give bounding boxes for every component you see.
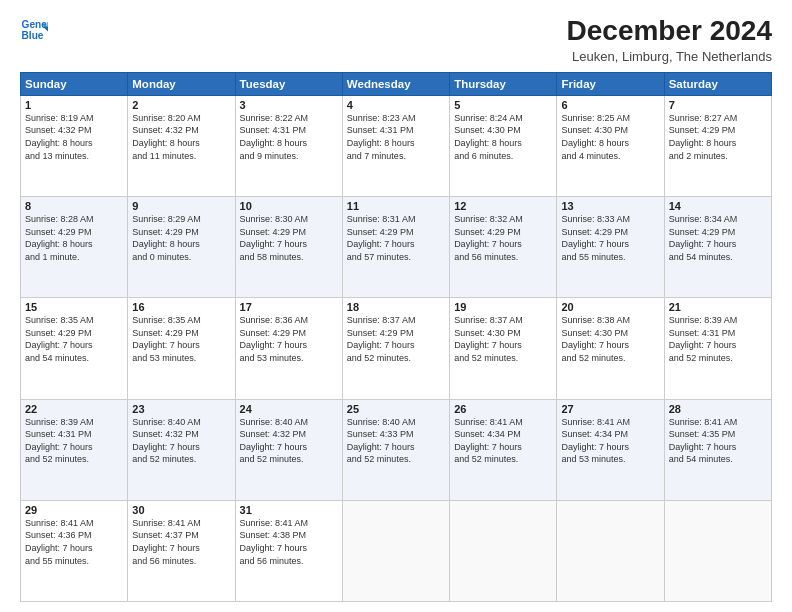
day-info: Sunrise: 8:35 AM Sunset: 4:29 PM Dayligh… — [25, 314, 123, 364]
calendar-header-row: SundayMondayTuesdayWednesdayThursdayFrid… — [21, 72, 772, 95]
day-info: Sunrise: 8:40 AM Sunset: 4:32 PM Dayligh… — [132, 416, 230, 466]
calendar-cell: 1Sunrise: 8:19 AM Sunset: 4:32 PM Daylig… — [21, 95, 128, 196]
day-info: Sunrise: 8:41 AM Sunset: 4:34 PM Dayligh… — [454, 416, 552, 466]
calendar-table: SundayMondayTuesdayWednesdayThursdayFrid… — [20, 72, 772, 602]
day-number: 18 — [347, 301, 445, 313]
calendar-cell: 28Sunrise: 8:41 AM Sunset: 4:35 PM Dayli… — [664, 399, 771, 500]
day-number: 21 — [669, 301, 767, 313]
day-info: Sunrise: 8:20 AM Sunset: 4:32 PM Dayligh… — [132, 112, 230, 162]
day-info: Sunrise: 8:36 AM Sunset: 4:29 PM Dayligh… — [240, 314, 338, 364]
calendar-cell: 25Sunrise: 8:40 AM Sunset: 4:33 PM Dayli… — [342, 399, 449, 500]
logo: General Blue — [20, 16, 48, 44]
calendar-week-row: 8Sunrise: 8:28 AM Sunset: 4:29 PM Daylig… — [21, 197, 772, 298]
day-number: 6 — [561, 99, 659, 111]
day-info: Sunrise: 8:28 AM Sunset: 4:29 PM Dayligh… — [25, 213, 123, 263]
day-number: 27 — [561, 403, 659, 415]
day-info: Sunrise: 8:41 AM Sunset: 4:35 PM Dayligh… — [669, 416, 767, 466]
calendar-week-row: 1Sunrise: 8:19 AM Sunset: 4:32 PM Daylig… — [21, 95, 772, 196]
day-info: Sunrise: 8:41 AM Sunset: 4:38 PM Dayligh… — [240, 517, 338, 567]
calendar-cell: 16Sunrise: 8:35 AM Sunset: 4:29 PM Dayli… — [128, 298, 235, 399]
calendar-week-row: 22Sunrise: 8:39 AM Sunset: 4:31 PM Dayli… — [21, 399, 772, 500]
svg-text:Blue: Blue — [22, 30, 44, 41]
calendar-cell: 10Sunrise: 8:30 AM Sunset: 4:29 PM Dayli… — [235, 197, 342, 298]
day-number: 13 — [561, 200, 659, 212]
day-number: 30 — [132, 504, 230, 516]
calendar-cell: 8Sunrise: 8:28 AM Sunset: 4:29 PM Daylig… — [21, 197, 128, 298]
day-info: Sunrise: 8:25 AM Sunset: 4:30 PM Dayligh… — [561, 112, 659, 162]
calendar-cell: 18Sunrise: 8:37 AM Sunset: 4:29 PM Dayli… — [342, 298, 449, 399]
calendar-cell: 12Sunrise: 8:32 AM Sunset: 4:29 PM Dayli… — [450, 197, 557, 298]
day-of-week-header: Tuesday — [235, 72, 342, 95]
day-info: Sunrise: 8:41 AM Sunset: 4:34 PM Dayligh… — [561, 416, 659, 466]
calendar-cell: 4Sunrise: 8:23 AM Sunset: 4:31 PM Daylig… — [342, 95, 449, 196]
day-info: Sunrise: 8:23 AM Sunset: 4:31 PM Dayligh… — [347, 112, 445, 162]
day-info: Sunrise: 8:35 AM Sunset: 4:29 PM Dayligh… — [132, 314, 230, 364]
day-number: 14 — [669, 200, 767, 212]
day-number: 10 — [240, 200, 338, 212]
day-info: Sunrise: 8:40 AM Sunset: 4:32 PM Dayligh… — [240, 416, 338, 466]
calendar-cell — [342, 500, 449, 601]
calendar-cell: 26Sunrise: 8:41 AM Sunset: 4:34 PM Dayli… — [450, 399, 557, 500]
day-of-week-header: Friday — [557, 72, 664, 95]
day-info: Sunrise: 8:24 AM Sunset: 4:30 PM Dayligh… — [454, 112, 552, 162]
day-info: Sunrise: 8:41 AM Sunset: 4:36 PM Dayligh… — [25, 517, 123, 567]
calendar-cell — [557, 500, 664, 601]
day-info: Sunrise: 8:30 AM Sunset: 4:29 PM Dayligh… — [240, 213, 338, 263]
calendar-cell: 14Sunrise: 8:34 AM Sunset: 4:29 PM Dayli… — [664, 197, 771, 298]
day-number: 2 — [132, 99, 230, 111]
calendar-cell: 13Sunrise: 8:33 AM Sunset: 4:29 PM Dayli… — [557, 197, 664, 298]
day-number: 26 — [454, 403, 552, 415]
day-info: Sunrise: 8:39 AM Sunset: 4:31 PM Dayligh… — [25, 416, 123, 466]
calendar-cell: 7Sunrise: 8:27 AM Sunset: 4:29 PM Daylig… — [664, 95, 771, 196]
day-of-week-header: Wednesday — [342, 72, 449, 95]
day-number: 5 — [454, 99, 552, 111]
calendar-page: General Blue December 2024 Leuken, Limbu… — [0, 0, 792, 612]
day-number: 17 — [240, 301, 338, 313]
day-number: 1 — [25, 99, 123, 111]
day-number: 4 — [347, 99, 445, 111]
day-number: 24 — [240, 403, 338, 415]
calendar-cell: 23Sunrise: 8:40 AM Sunset: 4:32 PM Dayli… — [128, 399, 235, 500]
day-number: 9 — [132, 200, 230, 212]
day-number: 8 — [25, 200, 123, 212]
calendar-cell: 5Sunrise: 8:24 AM Sunset: 4:30 PM Daylig… — [450, 95, 557, 196]
calendar-cell: 2Sunrise: 8:20 AM Sunset: 4:32 PM Daylig… — [128, 95, 235, 196]
day-info: Sunrise: 8:37 AM Sunset: 4:29 PM Dayligh… — [347, 314, 445, 364]
day-number: 3 — [240, 99, 338, 111]
calendar-cell: 31Sunrise: 8:41 AM Sunset: 4:38 PM Dayli… — [235, 500, 342, 601]
calendar-cell: 22Sunrise: 8:39 AM Sunset: 4:31 PM Dayli… — [21, 399, 128, 500]
day-info: Sunrise: 8:22 AM Sunset: 4:31 PM Dayligh… — [240, 112, 338, 162]
header: General Blue December 2024 Leuken, Limbu… — [20, 16, 772, 64]
calendar-cell: 20Sunrise: 8:38 AM Sunset: 4:30 PM Dayli… — [557, 298, 664, 399]
day-number: 20 — [561, 301, 659, 313]
day-info: Sunrise: 8:40 AM Sunset: 4:33 PM Dayligh… — [347, 416, 445, 466]
title-block: December 2024 Leuken, Limburg, The Nethe… — [567, 16, 772, 64]
calendar-cell: 24Sunrise: 8:40 AM Sunset: 4:32 PM Dayli… — [235, 399, 342, 500]
calendar-week-row: 29Sunrise: 8:41 AM Sunset: 4:36 PM Dayli… — [21, 500, 772, 601]
calendar-cell: 6Sunrise: 8:25 AM Sunset: 4:30 PM Daylig… — [557, 95, 664, 196]
day-number: 12 — [454, 200, 552, 212]
logo-icon: General Blue — [20, 16, 48, 44]
day-number: 11 — [347, 200, 445, 212]
calendar-cell: 29Sunrise: 8:41 AM Sunset: 4:36 PM Dayli… — [21, 500, 128, 601]
day-info: Sunrise: 8:38 AM Sunset: 4:30 PM Dayligh… — [561, 314, 659, 364]
calendar-cell: 17Sunrise: 8:36 AM Sunset: 4:29 PM Dayli… — [235, 298, 342, 399]
day-of-week-header: Monday — [128, 72, 235, 95]
day-info: Sunrise: 8:32 AM Sunset: 4:29 PM Dayligh… — [454, 213, 552, 263]
subtitle: Leuken, Limburg, The Netherlands — [567, 49, 772, 64]
calendar-cell: 3Sunrise: 8:22 AM Sunset: 4:31 PM Daylig… — [235, 95, 342, 196]
day-number: 19 — [454, 301, 552, 313]
day-info: Sunrise: 8:34 AM Sunset: 4:29 PM Dayligh… — [669, 213, 767, 263]
day-number: 29 — [25, 504, 123, 516]
day-number: 31 — [240, 504, 338, 516]
day-number: 23 — [132, 403, 230, 415]
day-info: Sunrise: 8:41 AM Sunset: 4:37 PM Dayligh… — [132, 517, 230, 567]
day-info: Sunrise: 8:29 AM Sunset: 4:29 PM Dayligh… — [132, 213, 230, 263]
calendar-cell: 27Sunrise: 8:41 AM Sunset: 4:34 PM Dayli… — [557, 399, 664, 500]
calendar-cell — [664, 500, 771, 601]
day-info: Sunrise: 8:27 AM Sunset: 4:29 PM Dayligh… — [669, 112, 767, 162]
day-number: 22 — [25, 403, 123, 415]
calendar-cell: 9Sunrise: 8:29 AM Sunset: 4:29 PM Daylig… — [128, 197, 235, 298]
calendar-cell — [450, 500, 557, 601]
day-info: Sunrise: 8:39 AM Sunset: 4:31 PM Dayligh… — [669, 314, 767, 364]
